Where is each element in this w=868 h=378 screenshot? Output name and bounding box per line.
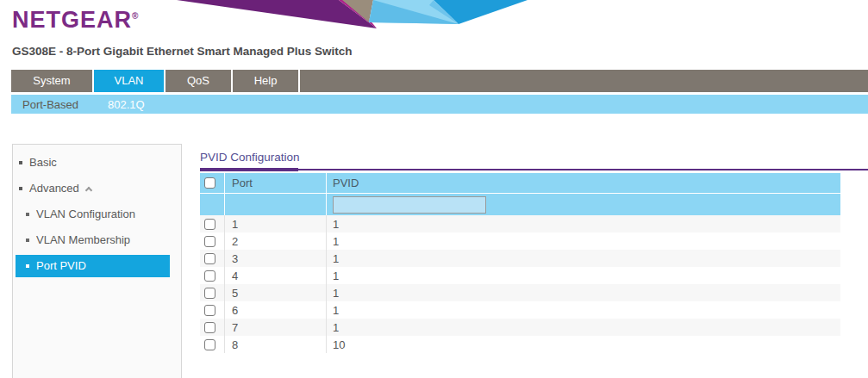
- sidebar: Basic Advanced VLAN Configuration VLAN M…: [12, 144, 182, 378]
- pvid-cell: 1: [326, 250, 840, 267]
- select-all-checkbox[interactable]: [204, 177, 215, 189]
- sidebar-item-label: Port PVID: [36, 255, 86, 277]
- collapse-caret-icon: [85, 186, 92, 193]
- row-checkbox[interactable]: [204, 219, 215, 230]
- pvid-cell: 1: [326, 319, 840, 336]
- row-checkbox[interactable]: [204, 339, 215, 350]
- device-title: GS308E - 8-Port Gigabit Ethernet Smart M…: [12, 45, 353, 58]
- title-underline-accent: [200, 168, 298, 171]
- row-checkbox[interactable]: [204, 270, 215, 282]
- port-cell: 4: [224, 267, 326, 284]
- sidebar-item-vlan-configuration[interactable]: VLAN Configuration: [13, 201, 181, 227]
- header-checkbox-cell: [200, 173, 224, 193]
- sidebar-item-label: Advanced: [29, 176, 79, 201]
- nav-tab-system[interactable]: System: [11, 70, 94, 92]
- port-cell: 8: [224, 336, 326, 353]
- row-checkbox[interactable]: [204, 305, 215, 316]
- table-row-port-3: 3 1: [200, 250, 840, 267]
- square-bullet-icon: [26, 213, 29, 216]
- sidebar-item-vlan-membership[interactable]: VLAN Membership: [13, 227, 181, 253]
- pvid-cell: 1: [326, 232, 840, 250]
- square-bullet-icon: [19, 161, 22, 164]
- row-checkbox[interactable]: [204, 253, 215, 264]
- square-bullet-icon: [19, 187, 22, 190]
- nav-tab-qos[interactable]: QoS: [165, 70, 233, 92]
- subnav-item-port-based[interactable]: Port-Based: [11, 98, 90, 111]
- table-row-port-5: 5 1: [200, 284, 840, 301]
- edit-checkbox-cell: [200, 194, 224, 215]
- port-cell: 3: [224, 250, 326, 267]
- header-banner-graphic: [168, 0, 530, 29]
- sidebar-item-label: VLAN Membership: [36, 227, 130, 253]
- table-row-port-6: 6 1: [200, 301, 840, 319]
- edit-port-cell: [224, 194, 326, 215]
- port-cell: 1: [224, 215, 326, 232]
- pvid-input[interactable]: [333, 196, 486, 214]
- port-cell: 5: [224, 284, 326, 301]
- section-title: PVID Configuration: [200, 151, 300, 164]
- edit-pvid-cell: [326, 194, 840, 215]
- port-column-header: Port: [224, 173, 326, 193]
- table-row-port-1: 1 1: [200, 215, 840, 232]
- sidebar-item-port-pvid[interactable]: Port PVID: [16, 255, 170, 277]
- page: NETGEAR® GS308E - 8-Port Gigabit Etherne…: [0, 0, 868, 378]
- table-row-port-8: 8 10: [200, 336, 840, 353]
- square-bullet-icon: [26, 239, 29, 242]
- sidebar-item-advanced[interactable]: Advanced: [13, 176, 181, 201]
- port-cell: 2: [224, 232, 326, 250]
- pvid-cell: 1: [326, 284, 840, 301]
- pvid-cell: 1: [326, 267, 840, 284]
- pvid-cell: 10: [326, 336, 840, 353]
- pvid-cell: 1: [326, 215, 840, 232]
- pvid-cell: 1: [326, 301, 840, 319]
- registered-mark: ®: [132, 11, 139, 21]
- row-checkbox[interactable]: [204, 236, 215, 247]
- pvid-column-header: PVID: [326, 173, 840, 193]
- pvid-edit-row: [200, 193, 840, 215]
- nav-tab-vlan[interactable]: VLAN: [94, 70, 165, 92]
- row-checkbox[interactable]: [204, 322, 215, 333]
- port-cell: 7: [224, 319, 326, 336]
- sidebar-item-label: Basic: [29, 150, 57, 176]
- vlan-subnav: Port-Based 802.1Q: [11, 95, 868, 114]
- netgear-logo: NETGEAR®: [12, 7, 139, 34]
- sidebar-item-basic[interactable]: Basic: [13, 150, 181, 176]
- title-underline: [200, 169, 868, 170]
- main-navbar: System VLAN QoS Help: [11, 70, 868, 92]
- table-row-port-2: 2 1: [200, 232, 840, 250]
- table-header-row: Port PVID: [200, 173, 840, 193]
- nav-tab-help[interactable]: Help: [233, 70, 300, 92]
- port-cell: 6: [224, 301, 326, 319]
- row-checkbox[interactable]: [204, 288, 215, 299]
- sidebar-item-label: VLAN Configuration: [36, 201, 135, 227]
- table-body: 1 1 2 1 3 1 4 1 5 1: [200, 215, 840, 353]
- table-row-port-7: 7 1: [200, 319, 840, 336]
- subnav-item-8021q[interactable]: 802.1Q: [97, 98, 156, 111]
- pvid-table: Port PVID 1 1 2 1 3 1: [200, 173, 840, 353]
- square-bullet-icon: [26, 264, 29, 268]
- table-row-port-4: 4 1: [200, 267, 840, 284]
- logo-text: NETGEAR: [12, 7, 132, 33]
